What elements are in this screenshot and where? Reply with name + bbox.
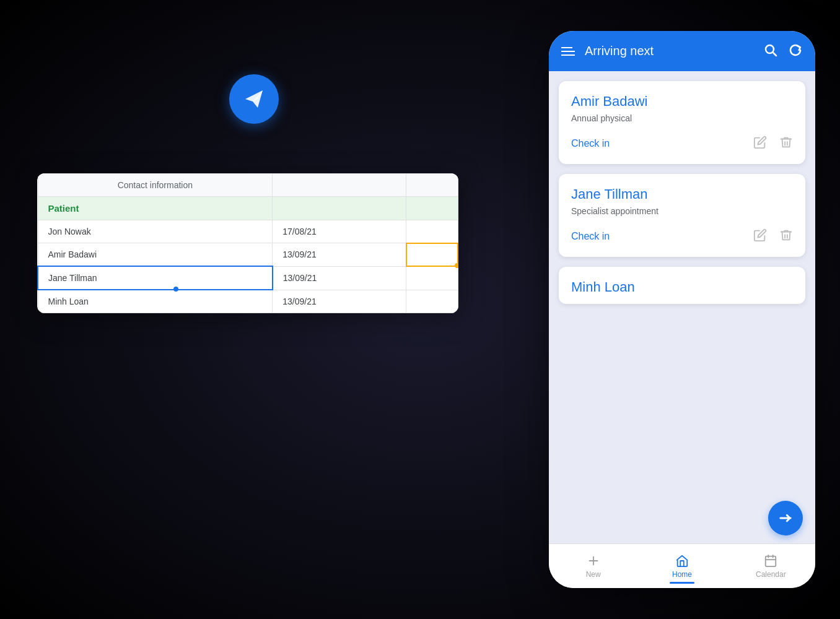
card-icons bbox=[753, 228, 793, 245]
check-in-button[interactable]: Check in bbox=[571, 231, 610, 242]
appointment-type: Annual physical bbox=[571, 113, 793, 123]
nav-label-calendar: Calendar bbox=[756, 570, 786, 579]
table-row[interactable]: Minh Loan 13/09/21 bbox=[38, 290, 458, 313]
col-header-name: Contact information bbox=[38, 174, 273, 197]
spreadsheet-card: Contact information Patient Jon Nowak 17… bbox=[37, 173, 458, 313]
spreadsheet-table: Contact information Patient Jon Nowak 17… bbox=[37, 173, 458, 313]
nav-active-indicator bbox=[670, 582, 694, 584]
phone-content: Amir Badawi Annual physical Check in bbox=[549, 71, 815, 543]
edit-button[interactable] bbox=[753, 228, 767, 245]
patient-name: Jane Tillman bbox=[571, 186, 793, 202]
patient-date-cell: 13/09/21 bbox=[273, 243, 406, 267]
patient-extra-cell bbox=[406, 220, 458, 243]
delete-button[interactable] bbox=[779, 136, 793, 152]
patient-card-minh-partial: Minh Loan bbox=[559, 267, 805, 304]
svg-line-1 bbox=[773, 52, 777, 56]
svg-rect-5 bbox=[766, 556, 776, 566]
patient-name-cell: Jane Tillman bbox=[38, 266, 273, 290]
table-row[interactable]: Jane Tillman 13/09/21 bbox=[38, 266, 458, 290]
orange-resize-handle[interactable] bbox=[455, 263, 458, 268]
edit-icon bbox=[753, 228, 767, 242]
hamburger-menu-icon[interactable] bbox=[561, 47, 575, 56]
patient-extra-cell[interactable] bbox=[406, 243, 458, 267]
appointment-type: Specialist appointment bbox=[571, 206, 793, 216]
delete-button[interactable] bbox=[779, 228, 793, 245]
table-row[interactable]: Jon Nowak 17/08/21 bbox=[38, 220, 458, 243]
refresh-button[interactable] bbox=[788, 43, 803, 60]
col-header-extra bbox=[406, 174, 458, 197]
col-header-date bbox=[273, 174, 406, 197]
card-icons bbox=[753, 136, 793, 152]
home-icon bbox=[675, 554, 689, 568]
nav-item-new[interactable]: New bbox=[549, 549, 637, 584]
bottom-nav: New Home Calendar bbox=[549, 543, 815, 588]
patient-date-cell: 13/09/21 bbox=[273, 290, 406, 313]
nav-label-new: New bbox=[586, 570, 601, 579]
nav-item-home[interactable]: Home bbox=[637, 549, 726, 584]
patient-name-cell: Jon Nowak bbox=[38, 220, 273, 243]
card-actions: Check in bbox=[571, 228, 793, 245]
arrow-right-icon bbox=[777, 509, 794, 527]
phone-mockup: Arriving next A bbox=[549, 31, 815, 588]
app-logo bbox=[229, 74, 279, 124]
table-row[interactable]: Amir Badawi 13/09/21 bbox=[38, 243, 458, 267]
nav-item-calendar[interactable]: Calendar bbox=[727, 549, 815, 584]
section-header-row: Patient bbox=[38, 197, 458, 220]
scene: Contact information Patient Jon Nowak 17… bbox=[0, 0, 840, 619]
table-header-row: Contact information bbox=[38, 174, 458, 197]
fab-checkin-button[interactable] bbox=[768, 501, 803, 535]
patient-extra-cell bbox=[406, 290, 458, 313]
patient-name: Minh Loan bbox=[571, 279, 793, 295]
patient-name-cell: Minh Loan bbox=[38, 290, 273, 313]
patient-date-cell: 13/09/21 bbox=[273, 266, 406, 290]
check-in-button[interactable]: Check in bbox=[571, 138, 610, 149]
header-actions bbox=[763, 43, 803, 60]
trash-icon bbox=[779, 228, 793, 242]
section-label: Patient bbox=[38, 197, 273, 220]
card-actions: Check in bbox=[571, 136, 793, 152]
section-col3 bbox=[406, 197, 458, 220]
phone-header: Arriving next bbox=[549, 31, 815, 71]
search-button[interactable] bbox=[763, 43, 778, 60]
patient-extra-cell bbox=[406, 266, 458, 290]
patient-date-cell: 17/08/21 bbox=[273, 220, 406, 243]
blue-resize-handle[interactable] bbox=[173, 287, 178, 292]
edit-icon bbox=[753, 136, 767, 149]
patient-card-jane: Jane Tillman Specialist appointment Chec… bbox=[559, 174, 805, 257]
edit-button[interactable] bbox=[753, 136, 767, 152]
search-icon bbox=[763, 43, 778, 58]
section-col2 bbox=[273, 197, 406, 220]
refresh-icon bbox=[788, 43, 803, 58]
plus-icon bbox=[587, 554, 600, 568]
patient-name-cell: Amir Badawi bbox=[38, 243, 273, 267]
app-title: Arriving next bbox=[585, 44, 753, 58]
calendar-icon bbox=[764, 554, 777, 568]
trash-icon bbox=[779, 136, 793, 149]
patient-card-amir: Amir Badawi Annual physical Check in bbox=[559, 81, 805, 164]
nav-label-home: Home bbox=[672, 570, 692, 579]
patient-name: Amir Badawi bbox=[571, 93, 793, 110]
paper-plane-icon bbox=[240, 85, 268, 113]
